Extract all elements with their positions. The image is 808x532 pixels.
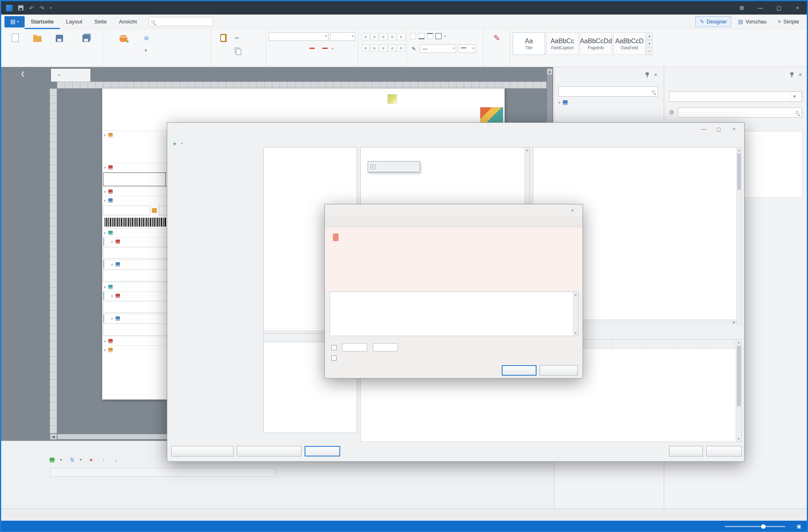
table-checkbox[interactable]	[370, 164, 375, 169]
wrap-button[interactable]: ≡	[388, 33, 396, 40]
gallery-expand-icon[interactable]: ≡	[646, 48, 652, 55]
close-panel-icon[interactable]: ×	[799, 71, 802, 78]
style-gallery-item[interactable]: AaBbCcDd PageInfo	[580, 32, 612, 55]
strikethrough-button[interactable]	[297, 44, 305, 53]
explorer-search[interactable]	[558, 86, 658, 97]
bold-button[interactable]	[269, 44, 277, 53]
border-line-style-combo[interactable]: —	[420, 44, 456, 53]
extract-style-button[interactable]: ✎	[485, 32, 509, 58]
chevron-down-icon[interactable]: ▼	[790, 92, 798, 101]
document-tab-close-icon[interactable]: ×	[58, 73, 60, 78]
root-operator-chip[interactable]	[333, 233, 339, 241]
properties-search[interactable]	[678, 107, 802, 118]
minimize-button[interactable]: —	[751, 1, 770, 15]
zoom-slider[interactable]	[725, 526, 785, 527]
align-middle-button[interactable]: ≡	[370, 33, 379, 40]
preview-scrollbar[interactable]: ▲ ▼	[573, 292, 578, 336]
delete-button[interactable]: ×	[90, 457, 95, 463]
properties-object-combo[interactable]: ▼	[669, 91, 802, 102]
italic-button[interactable]	[278, 44, 286, 53]
properties-search-input[interactable]	[681, 110, 793, 116]
view-mode-button[interactable]: ✎ Designer	[695, 16, 731, 27]
align-right-button[interactable]: ≡	[379, 44, 387, 52]
border-all-button[interactable]	[436, 33, 442, 39]
distinct-checkbox[interactable]	[331, 355, 337, 361]
style-gallery-item[interactable]: AaBbCc FieldCaption	[546, 32, 579, 55]
edit-parameters-button[interactable]	[237, 446, 301, 456]
ribbon-search-input[interactable]	[157, 19, 201, 25]
grid-vertical-scrollbar[interactable]: ▲ ▼	[736, 340, 741, 442]
field-cell[interactable]	[103, 206, 150, 215]
dialog-maximize-icon[interactable]: ▢	[711, 123, 726, 136]
view-mode-button[interactable]: ≡ Skripte	[774, 16, 804, 27]
ok-button[interactable]	[669, 446, 703, 456]
ribbon-tab[interactable]: Startseite	[25, 15, 60, 29]
font-size-combo[interactable]	[330, 32, 355, 41]
move-up-button[interactable]: ↑	[102, 457, 107, 463]
ribbon-tab[interactable]: Ansicht	[113, 15, 143, 29]
barcode-element[interactable]	[105, 218, 166, 227]
ribbon-search[interactable]	[149, 17, 213, 26]
application-menu-button[interactable]: ▤▾	[4, 16, 25, 27]
style-gallery-item[interactable]: Aa Title	[513, 32, 545, 55]
style-gallery-item[interactable]: AaBbCcD DataField	[613, 32, 646, 55]
add-parameter-button[interactable]: +	[144, 48, 150, 53]
move-down-button[interactable]: ↓	[115, 457, 120, 463]
filter-button[interactable]	[305, 446, 340, 456]
report-image-small[interactable]	[387, 94, 397, 104]
ribbon-tab[interactable]: Layout	[60, 15, 88, 29]
save-button[interactable]	[48, 32, 71, 58]
close-panel-icon[interactable]: ×	[654, 71, 657, 78]
ok-button[interactable]	[502, 365, 537, 376]
take-count-input[interactable]	[342, 343, 367, 351]
save-icon[interactable]	[18, 5, 23, 11]
paste-button[interactable]	[214, 32, 233, 58]
explorer-search-input[interactable]	[562, 89, 649, 95]
table-header-cell[interactable]	[103, 172, 166, 186]
tree-item-root[interactable]: ▾	[558, 100, 570, 105]
border-top-button[interactable]	[427, 33, 433, 39]
collapse-toolbox-icon[interactable]: ❮	[21, 71, 25, 77]
diagram-table[interactable]	[368, 161, 420, 172]
fit-page-icon[interactable]: ▣	[797, 524, 801, 529]
align-top-button[interactable]: ≡	[362, 33, 370, 40]
border-more-icon[interactable]: ▾	[444, 34, 446, 38]
collapse-icon[interactable]: ▾	[558, 101, 560, 105]
align-justify-button[interactable]: ≡	[388, 44, 396, 52]
open-button[interactable]	[27, 32, 47, 58]
cancel-button[interactable]	[540, 365, 578, 376]
align-left-button[interactable]: ≡	[362, 44, 370, 52]
align-more-button[interactable]: ≡	[397, 44, 405, 52]
dialog-close-icon[interactable]: ×	[565, 204, 580, 217]
sql-vertical-scrollbar[interactable]: ▲	[736, 147, 742, 325]
preview-results-button[interactable]	[171, 446, 234, 456]
pin-icon[interactable]	[645, 72, 649, 78]
font-more-icon[interactable]: ▾	[332, 47, 333, 50]
copy-button[interactable]	[235, 48, 242, 53]
cancel-button[interactable]	[706, 446, 742, 456]
dialog-close-icon[interactable]: ×	[726, 123, 742, 136]
gallery-down-icon[interactable]: ▼	[646, 40, 652, 47]
gallery-up-icon[interactable]: ▲	[646, 32, 652, 40]
underline-button[interactable]	[287, 44, 296, 53]
document-tab[interactable]: ×	[50, 68, 91, 82]
ribbon-options-icon[interactable]: ⊞	[732, 1, 751, 15]
align-center-button[interactable]: ≡	[370, 44, 379, 52]
pin-icon[interactable]	[790, 72, 794, 78]
highlight-color-button[interactable]	[306, 44, 318, 53]
redo-icon[interactable]: ↷	[40, 5, 44, 11]
add-datasource-button[interactable]	[105, 32, 141, 58]
scroll-up-icon[interactable]: ▲	[547, 69, 552, 74]
border-color-combo[interactable]	[459, 44, 476, 53]
add-query-button[interactable]: + ▾	[173, 139, 183, 148]
view-mode-button[interactable]: ▤ Vorschau	[734, 16, 771, 27]
scroll-left-icon[interactable]: ◀	[50, 434, 57, 439]
cut-button[interactable]: ✂	[235, 36, 242, 41]
ribbon-tab[interactable]: Seite	[88, 15, 113, 29]
maximize-button[interactable]: ▢	[770, 1, 788, 15]
border-pencil-button[interactable]: ✎	[410, 44, 417, 53]
add-sorting-button[interactable]: ⇅▼	[70, 457, 82, 463]
border-bottom-button[interactable]	[419, 33, 425, 39]
zoom-slider-thumb[interactable]	[761, 524, 766, 529]
take-records-checkbox[interactable]	[331, 345, 337, 350]
